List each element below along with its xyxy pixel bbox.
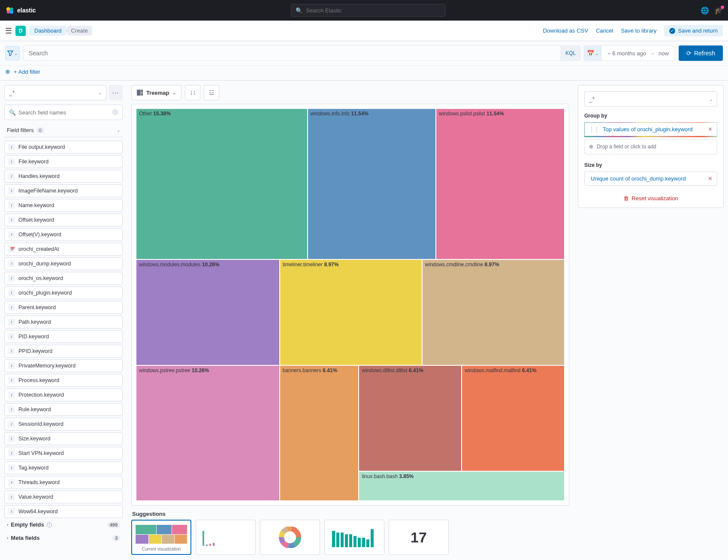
field-item[interactable]: tSize.keyword [4,432,123,445]
reset-label: Reset visualization [631,195,678,202]
filter-toggle-button[interactable]: ⌄ [5,46,20,60]
global-search[interactable]: 🔍 [291,4,445,17]
suggestion-bar-vertical[interactable] [324,520,384,555]
treemap-cell[interactable]: windows.pslist.pslist 11.54% [436,108,565,259]
save-to-library-link[interactable]: Save to library [621,27,656,34]
cancel-link[interactable]: Cancel [596,27,613,34]
kql-toggle[interactable]: KQL [561,46,580,60]
suggestion-bar-horizontal[interactable] [196,520,256,555]
field-type-icon: t [8,333,15,340]
field-item[interactable]: tFile.keyword [4,155,123,168]
treemap-cell[interactable]: windows.modules.modules 10.26% [136,259,280,365]
suggestion-current[interactable]: Current visualization [131,520,191,555]
field-filters-count: 0 [36,127,44,133]
suggestion-donut[interactable] [260,520,320,555]
field-item[interactable]: tProcess.keyword [4,374,123,387]
sidebar-more-button[interactable]: ⋯ [109,85,123,100]
field-item[interactable]: tProtection.keyword [4,388,123,401]
group-by-dimension[interactable]: ⋮⋮Top values of orochi_plugin.keyword ✕ [584,122,717,137]
index-pattern-select[interactable]: _* ⌄ [4,85,106,100]
drag-handle-icon[interactable]: ⋮⋮ [589,126,599,132]
field-item[interactable]: tRule.keyword [4,403,123,416]
treemap-chart[interactable]: Other 15.38%windows.info.info 11.54%wind… [136,108,565,501]
field-item[interactable]: tTag.keyword [4,461,123,474]
cell-label: windows.modules.modules [139,262,200,268]
newsfeed-icon[interactable]: 🌐 [701,6,709,15]
field-item[interactable]: tOffset(V).keyword [4,228,123,241]
field-item[interactable]: tPrivateMemory.keyword [4,359,123,372]
field-item[interactable]: torochi_dump.keyword [4,257,123,270]
calendar-button[interactable]: 📅⌄ [584,46,601,60]
query-input[interactable] [24,50,561,57]
group-by-value: Top values of orochi_plugin.keyword [603,126,693,132]
field-item[interactable]: tName.keyword [4,199,123,212]
treemap-cell[interactable]: windows.info.info 11.54% [308,108,436,259]
search-icon: 🔍 [9,109,16,116]
crumb-dashboard[interactable]: Dashboard [29,26,66,36]
cell-label: windows.dlllist.dlllist [362,367,407,373]
size-by-dimension[interactable]: Unique count of orochi_dump.keyword ✕ [584,172,717,186]
treemap-cell[interactable]: windows.malfind.malfind 6.41% [462,365,565,471]
svg-rect-32 [371,529,374,547]
field-item[interactable]: tImageFileName.keyword [4,184,123,197]
legend-position-button[interactable]: ⫶⫶ [185,85,200,100]
visualization-area: Treemap ⌄ ⫶⫶ ☳ Other 15.38%windows.info.… [127,81,574,559]
save-and-return-button[interactable]: ✓ Save and return [664,25,723,36]
info-icon: i [47,522,52,527]
time-picker[interactable]: 📅⌄ ~ 6 months ago → now [584,45,675,61]
field-item[interactable]: torochi_plugin.keyword [4,286,123,299]
field-name: Protection.keyword [18,392,64,398]
field-item[interactable]: tValue.keyword [4,491,123,503]
config-index-select[interactable]: _* ⌄ [584,91,717,107]
field-search-input[interactable] [16,109,112,116]
field-item[interactable]: tThreads.keyword [4,476,123,489]
global-search-input[interactable] [306,7,441,14]
field-item[interactable]: tFile output.keyword [4,141,123,154]
treemap-cell[interactable]: banners.banners 6.41% [280,365,359,501]
reset-visualization-link[interactable]: 🗑 Reset visualization [584,195,717,202]
legend-toggle-button[interactable]: ☳ [204,85,219,100]
app-subheader: ☰ D Dashboard Create Download as CSV Can… [0,21,728,41]
treemap-cell[interactable]: windows.cmdline.cmdline 8.97% [422,259,565,365]
download-csv-link[interactable]: Download as CSV [543,27,588,34]
field-item[interactable]: 📅orochi_createdAt [4,243,123,256]
query-input-wrapper: KQL [23,45,580,61]
add-filter-link[interactable]: + Add filter [14,69,40,75]
cell-label: banners.banners [283,367,321,373]
space-badge[interactable]: D [15,26,26,36]
treemap-cell[interactable]: timeliner.timeliner 8.97% [280,259,422,365]
field-item[interactable]: tSessionId.keyword [4,418,123,431]
cell-pct: 8.97% [324,262,338,268]
remove-dimension-icon[interactable]: ✕ [708,175,713,182]
meta-fields-section[interactable]: ›Meta fields 3 [4,531,123,545]
notifications-icon[interactable]: 🎓 [714,6,723,15]
field-item[interactable]: tPath.keyword [4,316,123,328]
field-filters-header[interactable]: Field filters0 ⌄ [4,123,123,137]
elastic-logo[interactable]: elastic [5,6,36,15]
cell-pct: 6.41% [409,367,423,373]
bar-thumb-icon [200,527,251,548]
treemap-cell[interactable]: windows.pstree.pstree 10.26% [136,365,280,501]
field-type-icon: t [8,289,15,296]
empty-fields-section[interactable]: ›Empty fieldsi 499 [4,518,123,531]
filter-settings-icon[interactable]: ⊕ [5,68,10,75]
field-item[interactable]: torochi_os.keyword [4,272,123,285]
field-item[interactable]: tParent.keyword [4,301,123,314]
treemap-cell[interactable]: windows.dlllist.dlllist 6.41% [359,365,462,471]
remove-dimension-icon[interactable]: ✕ [708,126,713,132]
field-item[interactable]: tHandles.keyword [4,170,123,183]
treemap-cell[interactable]: Other 15.38% [136,108,308,259]
menu-toggle-icon[interactable]: ☰ [5,26,12,36]
field-item[interactable]: tPPID.keyword [4,345,123,358]
field-item[interactable]: tWow64.keyword [4,505,123,518]
refresh-button[interactable]: ⟳ Refresh [679,45,723,61]
treemap-cell[interactable]: linux.bash.bash 3.85% [359,471,565,501]
field-item[interactable]: tOffset.keyword [4,214,123,226]
suggestion-metric[interactable]: 17 [389,520,449,555]
treemap-icon [137,90,143,96]
group-drop-zone[interactable]: ⊕ Drop a field or click to add [584,139,717,154]
clear-icon[interactable]: ⓧ [112,108,118,116]
viz-type-select[interactable]: Treemap ⌄ [131,85,181,100]
field-item[interactable]: tStart VPN.keyword [4,447,123,460]
field-item[interactable]: tPID.keyword [4,330,123,343]
